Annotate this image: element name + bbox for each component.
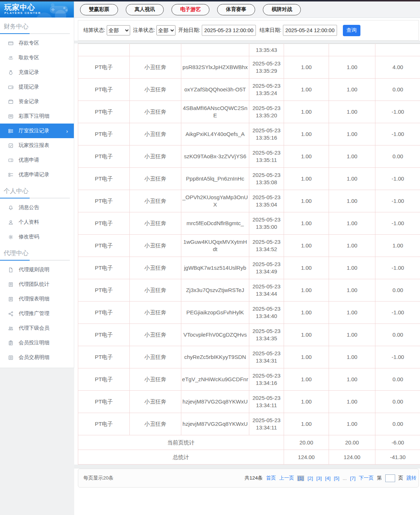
valid-amount-cell: 1.00 [329, 346, 375, 368]
sidebar-item-label: 提现记录 [19, 84, 39, 90]
bet-id-cell: hzjevjM87VG2Gq8YKWxU [181, 391, 249, 413]
tab-electronic-games[interactable]: 电子游艺 [171, 4, 209, 15]
chevron-right-icon: › [66, 128, 68, 134]
sidebar-item-label: 修改密码 [19, 234, 39, 240]
sidebar-item-lottery-bet-details[interactable]: 彩票下注明细 [0, 109, 74, 124]
bet-time-cell: 2025-05-2313:34:11 [249, 391, 284, 413]
bet-date: 2025-05-23 [253, 149, 281, 156]
table-row: PT电子小丑狂奔hzjevjM87VG2Gq8YKWxU2025-05-2313… [78, 413, 420, 435]
page-link[interactable]: [3] [316, 476, 322, 481]
table-row: PT电子小丑狂奔AikgPxiKL4Y40oQefs_A2025-05-2313… [78, 123, 420, 145]
bet-date: 2025-05-23 [253, 60, 281, 67]
sidebar-item-label: 存款专区 [19, 40, 39, 46]
sidebar-item-deposit-zone[interactable]: 存款专区 [0, 36, 74, 50]
bet-date: 2025-05-23 [253, 372, 281, 379]
sidebar-item-promo-apply[interactable]: 优惠申请 [0, 153, 74, 167]
money-bag-icon [7, 70, 14, 75]
tab-lottery[interactable]: 雙赢彩票 [80, 4, 118, 15]
sidebar-item-promo-apply-records[interactable]: 优惠申请记录 [0, 167, 74, 182]
sidebar-item-agent-report-details[interactable]: 代理报表明细 [0, 292, 74, 306]
sidebar-item-label: 个人资料 [19, 219, 39, 226]
bet-amount-cell: 1.00 [284, 145, 329, 168]
bet-time-cell: 2025-05-2313:35:24 [249, 79, 284, 101]
win-loss-cell: 1.00 [375, 235, 420, 257]
settle-status-label: 结算状态: [83, 27, 105, 34]
sidebar-item-label: 厅室投注记录 [19, 128, 49, 134]
first-page-link[interactable]: 首页 [266, 475, 276, 481]
search-button[interactable]: 查询 [343, 25, 360, 36]
sidebar-item-agent-rules[interactable]: 代理规则说明 [0, 262, 74, 277]
win-loss-cell: -1.00 [375, 168, 420, 190]
end-date-input[interactable] [283, 25, 337, 36]
bet-time-cell: 2025-05-2313:35:00 [249, 212, 284, 235]
sidebar-item-label: 彩票下注明细 [19, 113, 49, 120]
table-row-partial: 13:35:43 [78, 44, 420, 56]
tab-live-video[interactable]: 真人视讯 [126, 4, 164, 15]
bet-amount-cell: 1.00 [284, 212, 329, 235]
bet-amount-cell: 1.00 [284, 56, 329, 79]
bet-time: 13:35:04 [256, 201, 277, 208]
sidebar-item-agent-team-stats[interactable]: 代理团队统计 [0, 277, 74, 292]
game-type-cell: PT电子 [78, 279, 130, 302]
bet-time-cell: 2025-05-2313:35:16 [249, 123, 284, 145]
settle-status-select[interactable]: 全部 [107, 25, 130, 35]
bet-id-cell: 1wGuw4KUQqxMVXytmHdt [181, 235, 249, 257]
order-status-select[interactable]: 全部 [156, 25, 175, 35]
table-row: PT电子小丑狂奔PEGjiaikzopGsFvhHylK2025-05-2313… [78, 302, 420, 324]
sidebar-item-messages[interactable]: 消息公告 [0, 200, 74, 215]
tab-sports[interactable]: 体育赛事 [217, 4, 255, 15]
sidebar-item-label: 充值记录 [19, 69, 39, 76]
game-name-cell [130, 44, 181, 56]
page-link[interactable]: [1] [297, 476, 304, 481]
game-name-cell: 小丑狂奔 [130, 413, 181, 435]
jump-page-input[interactable] [385, 474, 395, 482]
sidebar-item-recharge-records[interactable]: 充值记录 [0, 65, 74, 80]
sidebar-item-profile[interactable]: 个人资料 [0, 215, 74, 230]
win-loss-cell: 4.00 [375, 56, 420, 79]
win-loss-cell: -1.00 [375, 257, 420, 279]
sidebar-item-player-bet-report[interactable]: 玩家投注报表 [0, 138, 74, 153]
bet-id-cell: PEGjiaikzopGsFvhHylK [181, 302, 249, 324]
game-name-cell: 小丑狂奔 [130, 368, 181, 391]
valid-amount-cell: 1.00 [329, 168, 375, 190]
bet-amount-cell: 1.00 [284, 123, 329, 145]
game-name-cell: 小丑狂奔 [130, 101, 181, 123]
bet-time-cell: 2025-05-2313:35:04 [249, 190, 284, 212]
sidebar-item-withdraw-zone[interactable]: 取款专区 [0, 50, 74, 65]
sidebar-item-agent-sub-members[interactable]: 代理下级会员 [0, 321, 74, 336]
prev-page-link[interactable]: 上一页 [279, 475, 294, 481]
game-type-cell: PT电子 [78, 212, 130, 235]
page-link[interactable]: [2] [307, 476, 313, 481]
valid-amount-cell: 1.00 [329, 56, 375, 79]
jump-button[interactable]: 跳转 [406, 475, 416, 481]
page-link[interactable]: [5] [334, 476, 339, 481]
next-page-link[interactable]: 下一页 [359, 475, 374, 481]
bet-date: 2025-05-23 [253, 216, 281, 223]
separator-band [74, 41, 420, 43]
bet-time-cell: 2025-05-2313:34:16 [249, 368, 284, 391]
page-link[interactable]: [7] [350, 476, 355, 481]
sidebar-item-label: 资金记录 [19, 98, 39, 105]
bet-date: 2025-05-23 [253, 350, 281, 356]
game-name-cell: 小丑狂奔 [130, 279, 181, 302]
bet-id-cell: szKO9TAoBx-3zZVVjYS6 [181, 145, 249, 168]
game-type-cell: PT电子 [78, 368, 130, 391]
sidebar-item-hall-bet-records[interactable]: 厅室投注记录› [0, 124, 74, 138]
start-date-input[interactable] [202, 25, 256, 36]
bet-time-cell: 13:35:43 [249, 44, 284, 56]
bet-time-cell: 2025-05-2313:34:44 [249, 279, 284, 302]
tab-board-games[interactable]: 棋牌对战 [263, 4, 301, 15]
bet-date: 2025-05-23 [253, 172, 281, 178]
sidebar-item-label: 代理推广管理 [19, 310, 49, 317]
valid-amount-cell: 1.00 [329, 257, 375, 279]
bet-time-cell: 2025-05-2313:34:49 [249, 257, 284, 279]
sidebar-item-agent-promotion[interactable]: 代理推广管理 [0, 306, 74, 321]
sidebar-item-withdraw-records[interactable]: 提现记录 [0, 80, 74, 94]
page-link[interactable]: [4] [325, 476, 330, 481]
valid-amount-cell: 1.00 [329, 302, 375, 324]
sidebar-item-funds-records[interactable]: 资金记录 [0, 94, 74, 109]
sidebar-item-member-bet-details[interactable]: 会员投注明细 [0, 336, 74, 350]
sidebar-item-change-password[interactable]: 修改密码 [0, 230, 74, 244]
bet-amount-cell [284, 44, 329, 56]
sidebar-item-member-trade-details[interactable]: 会员交易明细 [0, 350, 74, 365]
